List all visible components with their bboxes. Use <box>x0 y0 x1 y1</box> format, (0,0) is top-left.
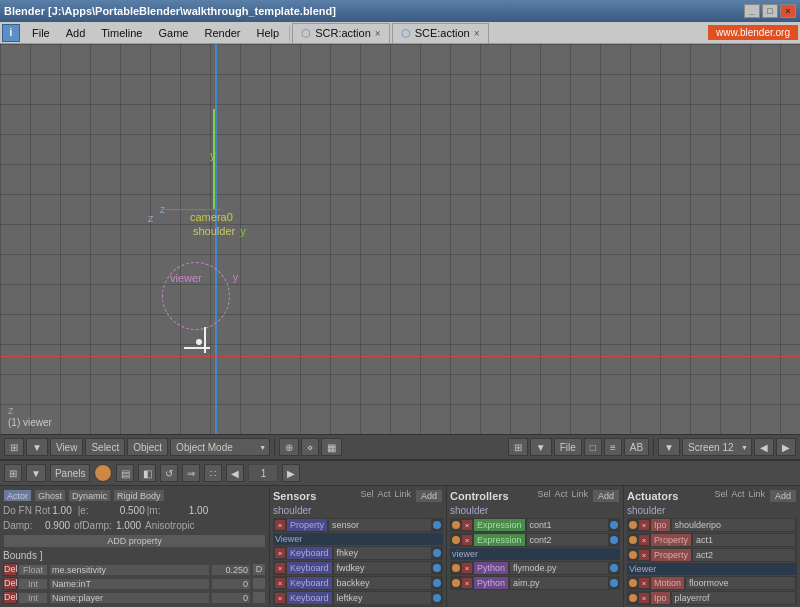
face-icon[interactable] <box>94 464 112 482</box>
act-name-3[interactable]: floormove <box>686 577 795 589</box>
screen-nav-right[interactable]: ▶ <box>776 438 796 456</box>
list-icon[interactable]: ≡ <box>604 438 622 456</box>
object-menu[interactable]: Object <box>127 438 168 456</box>
sensor-name-4[interactable]: leftkey <box>334 592 431 604</box>
act-type-1[interactable]: Property <box>651 534 691 546</box>
menu-file[interactable]: File <box>24 22 58 43</box>
pivot-icon[interactable]: ⊕ <box>279 438 299 456</box>
act-act[interactable]: Act <box>731 489 744 503</box>
ctrl-name-0[interactable]: cont1 <box>527 519 608 531</box>
act-name-1[interactable]: act1 <box>693 534 795 546</box>
logic-arrow-down[interactable]: ▼ <box>530 438 552 456</box>
prop-disp-1[interactable] <box>252 577 266 590</box>
screen-tab-1[interactable]: ⬡ SCR:action × <box>292 23 389 43</box>
props-arrow-down[interactable]: ▼ <box>26 464 46 482</box>
sensor-name-3[interactable]: backkey <box>334 577 431 589</box>
act-type-4[interactable]: Ipo <box>651 592 670 604</box>
prop-val-2[interactable]: 0 <box>211 592 251 604</box>
prop-name-1[interactable]: Name:inT <box>49 578 210 590</box>
sensor-type-0[interactable]: Property <box>287 519 327 531</box>
ctrl-x-1[interactable]: × <box>462 535 472 545</box>
sensor-x-4[interactable]: × <box>275 593 285 603</box>
act-type-2[interactable]: Property <box>651 549 691 561</box>
sensor-name-2[interactable]: fwdkey <box>334 562 431 574</box>
ctrl-name-3[interactable]: aim.py <box>510 577 608 589</box>
menu-add[interactable]: Add <box>58 22 94 43</box>
arrow-icon[interactable]: ↺ <box>160 464 178 482</box>
act-x-3[interactable]: × <box>639 578 649 588</box>
act-name-4[interactable]: playerrof <box>672 592 795 604</box>
snap-icon[interactable]: ▦ <box>321 438 342 456</box>
act-type-0[interactable]: Ipo <box>651 519 670 531</box>
act-x-2[interactable]: × <box>639 550 649 560</box>
prop-disp-0[interactable]: D <box>252 563 266 576</box>
sensor-x-2[interactable]: × <box>275 563 285 573</box>
prop-disp-2[interactable] <box>252 591 266 604</box>
prop-del-0[interactable]: Del <box>3 563 17 576</box>
prop-edit-icon[interactable]: ⋄ <box>301 438 319 456</box>
dynamic-btn[interactable]: Dynamic <box>68 489 111 502</box>
ctrl-x-3[interactable]: × <box>462 578 472 588</box>
sensor-x-3[interactable]: × <box>275 578 285 588</box>
mode-dropdown[interactable]: Object Mode <box>170 438 270 456</box>
object-icon[interactable]: ◧ <box>138 464 156 482</box>
sensor-type-4[interactable]: Keyboard <box>287 592 332 604</box>
sensor-name-1[interactable]: fhkey <box>334 547 431 559</box>
ctrl-type-0[interactable]: Expression <box>474 519 525 531</box>
render-icon[interactable]: ▤ <box>116 464 134 482</box>
act-name-0[interactable]: shoulderipo <box>672 519 795 531</box>
screen-nav-left[interactable]: ◀ <box>754 438 774 456</box>
add-property-btn[interactable]: ADD property <box>3 534 266 548</box>
constraint-icon[interactable]: ⇒ <box>182 464 200 482</box>
rigid-body-btn[interactable]: Rigid Body <box>113 489 165 502</box>
grid-icon-btn[interactable]: ⊞ <box>4 438 24 456</box>
prop-type-2[interactable]: Int <box>18 592 48 604</box>
ctrl-sel[interactable]: Sel <box>537 489 550 503</box>
down-icon[interactable]: ▼ <box>658 438 680 456</box>
prop-type-0[interactable]: Float <box>18 564 48 576</box>
prop-val-0[interactable]: 0.250 <box>211 564 251 576</box>
prop-del-1[interactable]: Del <box>3 577 17 590</box>
sensors-add-btn[interactable]: Add <box>415 489 443 503</box>
nav-right[interactable]: ▶ <box>282 464 300 482</box>
ctrl-type-2[interactable]: Python <box>474 562 508 574</box>
act-type-3[interactable]: Motion <box>651 577 684 589</box>
bounds-label[interactable]: Bounds ] <box>3 550 42 561</box>
ctrl-x-2[interactable]: × <box>462 563 472 573</box>
ctrl-link[interactable]: Link <box>571 489 588 503</box>
view-menu[interactable]: View <box>50 438 84 456</box>
sensor-x-0[interactable]: × <box>275 520 285 530</box>
select-menu[interactable]: Select <box>85 438 125 456</box>
logic-icon-left[interactable]: ⊞ <box>508 438 528 456</box>
act-x-1[interactable]: × <box>639 535 649 545</box>
menu-game[interactable]: Game <box>150 22 196 43</box>
prop-type-1[interactable]: Int <box>18 578 48 590</box>
particle-icon[interactable]: ∷ <box>204 464 222 482</box>
act-name-2[interactable]: act2 <box>693 549 795 561</box>
nav-left[interactable]: ◀ <box>226 464 244 482</box>
controllers-add-btn[interactable]: Add <box>592 489 620 503</box>
menu-render[interactable]: Render <box>196 22 248 43</box>
panels-label[interactable]: Panels <box>50 464 91 482</box>
maximize-button[interactable]: □ <box>762 4 778 18</box>
menu-help[interactable]: Help <box>249 22 288 43</box>
viewport-3d[interactable]: y z z ──────── camera0 shoulder y viewer… <box>0 44 800 434</box>
sensor-name-0[interactable]: sensor <box>329 519 431 531</box>
sensors-act[interactable]: Act <box>377 489 390 503</box>
file-btn[interactable]: File <box>554 438 582 456</box>
prop-val-1[interactable]: 0 <box>211 578 251 590</box>
window-icon[interactable]: □ <box>584 438 602 456</box>
ctrl-act[interactable]: Act <box>554 489 567 503</box>
ctrl-type-1[interactable]: Expression <box>474 534 525 546</box>
act-sel[interactable]: Sel <box>714 489 727 503</box>
ctrl-name-1[interactable]: cont2 <box>527 534 608 546</box>
act-link[interactable]: Link <box>748 489 765 503</box>
tab1-close[interactable]: × <box>375 28 381 39</box>
prop-name-2[interactable]: Name:player <box>49 592 210 604</box>
sensor-type-3[interactable]: Keyboard <box>287 577 332 589</box>
props-grid-icon[interactable]: ⊞ <box>4 464 22 482</box>
ctrl-x-0[interactable]: × <box>462 520 472 530</box>
ghost-btn[interactable]: Ghost <box>34 489 66 502</box>
actuators-add-btn[interactable]: Add <box>769 489 797 503</box>
blender-website-link[interactable]: www.blender.org <box>708 25 798 40</box>
